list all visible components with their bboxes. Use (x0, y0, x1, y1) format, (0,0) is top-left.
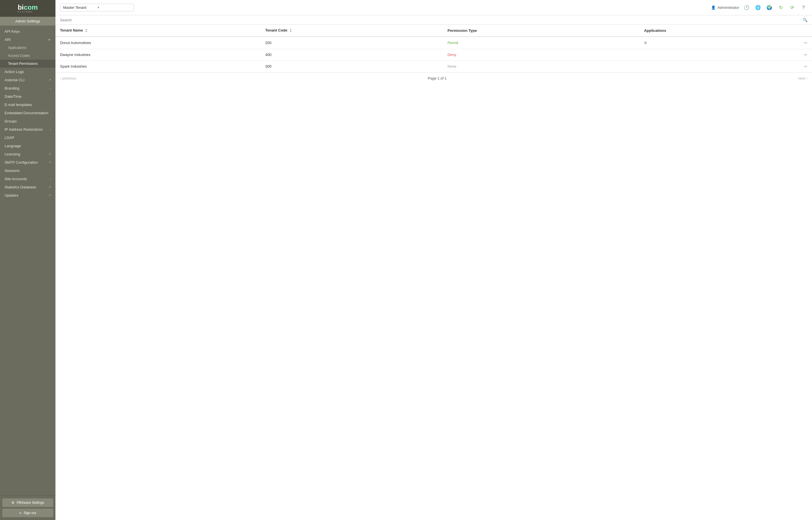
sidebar-item-api-keys[interactable]: API Keys (0, 27, 55, 35)
sidebar-item-site-accounts[interactable]: Site Accounts › (0, 175, 55, 183)
sidebar-item-ip-restrictions[interactable]: IP Address Restrictions › (0, 125, 55, 134)
col-permission-type: Permission Type (443, 25, 639, 37)
globe-icon[interactable]: 🌐 (754, 4, 762, 12)
cell-tenant-code: 400 (261, 49, 443, 60)
sidebar-item-applications[interactable]: Applications (0, 44, 55, 52)
pbx-settings-button[interactable]: ⚙ PBXware Settings (2, 498, 53, 507)
topbar-right: 👤 Administrator 🕐 🌐 🌍 ↻ ⟳ ? (711, 4, 808, 12)
sidebar-item-updates[interactable]: Updates ↗ (0, 191, 55, 200)
clock-icon[interactable]: 🕐 (743, 4, 751, 12)
sidebar-menu: API Keys ARI ▼ Applications Access Codes… (0, 26, 55, 495)
cell-applications (639, 49, 800, 60)
list-icon[interactable]: ≡ (644, 40, 646, 45)
col-applications: Applications (639, 25, 800, 37)
sidebar-item-access-codes[interactable]: Access Codes (0, 52, 55, 60)
cell-tenant-name: Donut Automotives (55, 37, 261, 49)
user-icon: 👤 (711, 5, 716, 10)
sidebar-bottom: ⚙ PBXware Settings ⎋ Sign out (0, 495, 55, 520)
sort-icon: ▲▼ (85, 28, 87, 33)
table-row: Donut Automotives 200 Permit ≡ ✏ (55, 37, 812, 49)
sort-icon: ▲▼ (289, 28, 292, 33)
pagination: ‹ previous Page 1 of 1 next › (55, 73, 812, 84)
logo-wordmark: bicom (18, 4, 38, 11)
signout-icon: ⎋ (19, 511, 21, 515)
refresh-icon[interactable]: ↻ (777, 4, 785, 12)
tenant-permissions-table: Tenant Name ▲▼ Tenant Code ▲▼ Permission… (55, 25, 812, 73)
sidebar-item-smtp[interactable]: SMTP Configuration ↗ (0, 158, 55, 166)
external-link-icon: ↗ (48, 160, 51, 164)
content-area: Tenant Name ▲▼ Tenant Code ▲▼ Permission… (55, 25, 812, 520)
sidebar-item-embedded-documentation[interactable]: Embedded Documentation (0, 109, 55, 117)
cell-applications: ≡ (639, 37, 800, 49)
sidebar-item-statistics-database[interactable]: Statistics Database ↗ (0, 183, 55, 191)
logo-subtitle: SYSTEMS (18, 11, 33, 13)
external-link-icon: ↗ (48, 193, 51, 197)
edit-icon[interactable]: ✏ (804, 64, 808, 69)
help-icon[interactable]: ? (800, 4, 808, 12)
col-actions (800, 25, 812, 37)
table-row: Dwayne Industries 400 Deny ✏ (55, 49, 812, 60)
cell-permission-type: Permit (443, 37, 639, 49)
cell-tenant-name: Dwayne Industries (55, 49, 261, 60)
search-bar: 🔍 (55, 15, 812, 25)
admin-user: 👤 Administrator (711, 5, 739, 10)
chevron-right-icon: › (50, 87, 51, 90)
sidebar-item-email-templates[interactable]: E-mail templates (0, 101, 55, 109)
sidebar-item-sessions[interactable]: Sessions (0, 166, 55, 175)
table-header-row: Tenant Name ▲▼ Tenant Code ▲▼ Permission… (55, 25, 812, 37)
cell-permission-type: Deny (443, 49, 639, 60)
next-button[interactable]: next › (798, 76, 808, 80)
table-row: Spark Industries 300 None ✏ (55, 60, 812, 72)
external-link-icon: ↗ (48, 152, 51, 156)
cell-tenant-name: Spark Industries (55, 60, 261, 72)
sidebar-item-branding[interactable]: Branding › (0, 84, 55, 92)
sidebar-item-ari[interactable]: ARI ▼ (0, 35, 55, 44)
cell-permission-type: None (443, 60, 639, 72)
sidebar-item-asterisk-cli[interactable]: Asterisk CLI ↗ (0, 76, 55, 84)
language-icon[interactable]: 🌍 (765, 4, 773, 12)
prev-button[interactable]: ‹ previous (60, 76, 76, 80)
gear-icon: ⚙ (11, 501, 15, 505)
cell-edit: ✏ (800, 49, 812, 60)
bicom-logo: bicom SYSTEMS (18, 4, 38, 13)
sidebar-item-tenant-permissions[interactable]: Tenant Permissions (0, 60, 55, 68)
edit-icon[interactable]: ✏ (804, 41, 808, 45)
sidebar-item-ldap[interactable]: LDAP (0, 134, 55, 142)
chevron-down-icon: ▼ (48, 38, 51, 42)
sync-icon[interactable]: ⟳ (788, 4, 796, 12)
cell-tenant-code: 300 (261, 60, 443, 72)
chevron-down-icon: ▼ (97, 6, 131, 9)
cell-edit: ✏ (800, 37, 812, 49)
sidebar-item-groups[interactable]: Groups (0, 117, 55, 125)
cell-edit: ✏ (800, 60, 812, 72)
col-tenant-code[interactable]: Tenant Code ▲▼ (261, 25, 443, 37)
sidebar: bicom SYSTEMS Admin Settings API Keys AR… (0, 0, 55, 520)
cell-applications (639, 60, 800, 72)
topbar-left: Master Tenant ▼ (60, 4, 711, 11)
page-info: Page 1 of 1 (428, 76, 447, 80)
tenant-selector[interactable]: Master Tenant ▼ (60, 4, 134, 11)
edit-icon[interactable]: ✏ (804, 53, 808, 57)
sidebar-item-datetime[interactable]: Date/Time (0, 92, 55, 101)
admin-settings-button[interactable]: Admin Settings (0, 17, 55, 26)
search-icon[interactable]: 🔍 (803, 18, 808, 22)
sidebar-item-licensing[interactable]: Licensing ↗ (0, 150, 55, 158)
search-input[interactable] (60, 18, 803, 22)
main-content: Master Tenant ▼ 👤 Administrator 🕐 🌐 🌍 ↻ … (55, 0, 812, 520)
sidebar-item-action-logs[interactable]: Action Logs (0, 68, 55, 76)
sign-out-button[interactable]: ⎋ Sign out (2, 509, 53, 517)
sidebar-item-language[interactable]: Language (0, 142, 55, 150)
external-link-icon: ↗ (48, 78, 51, 82)
external-link-icon: ↗ (48, 185, 51, 189)
col-tenant-name[interactable]: Tenant Name ▲▼ (55, 25, 261, 37)
logo-area: bicom SYSTEMS (0, 0, 55, 17)
cell-tenant-code: 200 (261, 37, 443, 49)
topbar: Master Tenant ▼ 👤 Administrator 🕐 🌐 🌍 ↻ … (55, 0, 812, 15)
chevron-right-icon: › (50, 128, 51, 131)
chevron-right-icon: › (50, 177, 51, 181)
